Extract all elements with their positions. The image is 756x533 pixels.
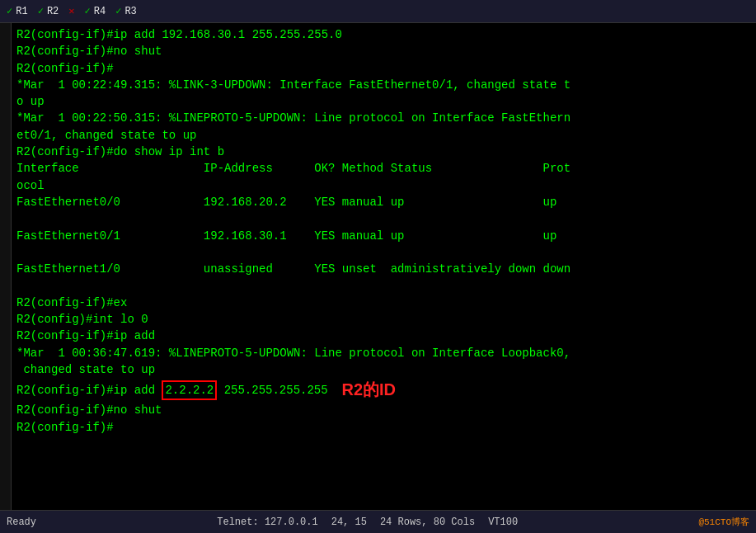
tab-R3x-close-icon: ✕ [68,5,74,17]
terminal-line-2: R2(config-if)#no shut [16,43,751,59]
terminal-line-7: et0/1, changed state to up [16,127,751,144]
terminal-line-1: R2(config-if)#ip add 192.168.30.1 255.25… [16,26,751,43]
terminal-line-6: *Mar 1 00:22:50.315: %LINEPROTO-5-UPDOWN… [16,110,751,126]
status-bar: Ready Telnet: 127.0.0.1 24, 15 24 Rows, … [0,510,756,533]
terminal-line-10: ocol [16,177,751,194]
status-center: Telnet: 127.0.0.1 24, 15 24 Rows, 80 Col… [217,516,518,528]
tab-R3[interactable]: ✓ R3 [115,5,137,17]
terminal-line-3: R2(config-if)# [16,60,751,77]
status-cursor: 24, 15 [331,516,367,528]
terminal-line-13: FastEthernet0/1 192.168.30.1 YES manual … [16,228,751,244]
terminal-line-19: R2(config-if)#ip add [16,328,751,344]
terminal-highlight-ip: 2.2.2.2 [162,380,217,400]
tab-R2[interactable]: ✓ R2 [38,5,59,17]
terminal-line-23: R2(config-if)#no shut [16,402,751,418]
terminal-line-8: R2(config-if)#do show ip int b [16,144,751,160]
terminal-line-4: *Mar 1 00:22:49.315: %LINK-3-UPDOWN: Int… [16,77,751,93]
terminal-line-9: Interface IP-Address OK? Method Status P… [16,160,751,177]
tab-R2-check-icon: ✓ [38,5,44,17]
terminal-line-17: R2(config-if)#ex [16,295,751,311]
terminal-line-21: changed state to up [16,361,751,378]
terminal[interactable]: R2(config-if)#ip add 192.168.30.1 255.25… [12,23,756,510]
terminal-line-20: *Mar 1 00:36:47.619: %LINEPROTO-5-UPDOWN… [16,345,751,361]
terminal-line-18: R2(config)#int lo 0 [16,311,751,328]
status-ready: Ready [7,516,36,528]
status-telnet: Telnet: 127.0.0.1 [217,516,317,528]
tab-R3-check-icon: ✓ [115,5,121,17]
tab-R4[interactable]: ✓ R4 [85,5,106,17]
terminal-line-15: FastEthernet1/0 unassigned YES unset adm… [16,261,751,277]
title-bar: ✓ R1 ✓ R2 ✕ ✓ R4 ✓ R3 [0,0,756,23]
watermark-label: @51CTO博客 [698,516,749,528]
tab-R4-label: R4 [94,6,106,17]
tab-R4-check-icon: ✓ [85,5,91,17]
terminal-line-5: o up [16,93,751,110]
terminal-line-22-suffix: 255.255.255.255 [217,382,341,399]
terminal-line-11: FastEthernet0/0 192.168.20.2 YES manual … [16,194,751,210]
terminal-line-14 [16,244,751,261]
status-right: @51CTO博客 [698,516,749,528]
status-encoding: VT100 [488,516,518,528]
tab-R3x[interactable]: ✕ [68,5,74,17]
terminal-r2-id-label: R2的ID [341,378,396,402]
tab-R1-label: R1 [16,6,27,17]
terminal-line-24: R2(config-if)# [16,419,751,436]
tab-R3-label: R3 [124,6,136,17]
tab-R2-label: R2 [47,6,59,17]
terminal-line-22-prefix: R2(config-if)#ip add [16,382,162,399]
status-dimensions: 24 Rows, 80 Cols [380,516,475,528]
terminal-line-22: R2(config-if)#ip add 2.2.2.2 255.255.255… [16,378,751,402]
sidebar [0,23,12,533]
terminal-line-12 [16,210,751,227]
tab-R1[interactable]: ✓ R1 [7,5,28,17]
tab-R1-check-icon: ✓ [7,5,12,17]
terminal-line-16 [16,277,751,294]
